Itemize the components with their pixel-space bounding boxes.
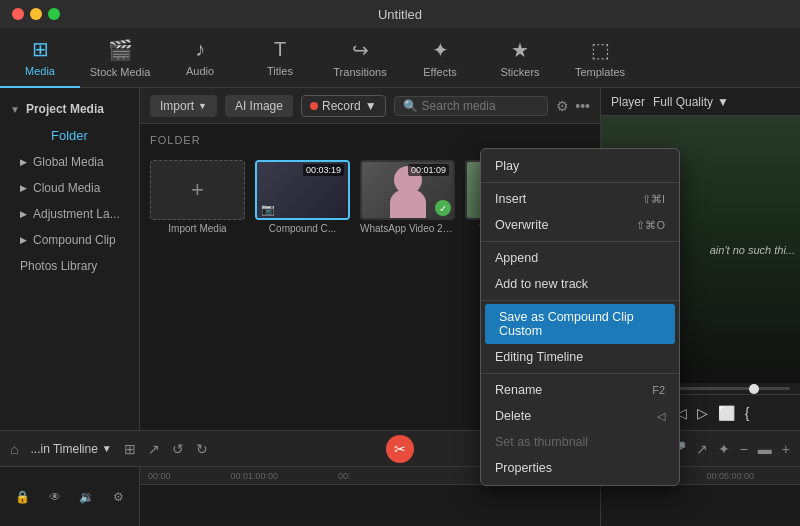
ctx-rename[interactable]: Rename F2 — [481, 377, 679, 403]
minimize-button[interactable] — [30, 8, 42, 20]
timeline-label-text: ...in Timeline — [30, 442, 97, 456]
list-item[interactable]: 00:01:09 ✓ WhatsApp Video 202... — [360, 160, 455, 234]
timeline-icon1[interactable]: 🔒 — [15, 490, 30, 504]
status-bar: ⌂ ...in Timeline ▼ ⊞ ↗ ↺ ↻ ✂ ⚙ 🛡 🎤 ↗ ✦ −… — [0, 430, 800, 466]
import-label: Import Media — [150, 223, 245, 234]
record-button[interactable]: Record ▼ — [301, 95, 386, 117]
nav-item-stock-media[interactable]: 🎬 Stock Media — [80, 28, 160, 88]
timeline-icon2[interactable]: 👁 — [49, 490, 61, 504]
ruler-mark-0: 00:00 — [148, 471, 171, 481]
timeline-icon4[interactable]: ⚙ — [113, 490, 124, 504]
sidebar-title: Project Media — [26, 102, 104, 116]
toolbar: Import ▼ AI Image Record ▼ 🔍 ⚙ ••• — [140, 88, 600, 124]
import-caret-icon: ▼ — [198, 101, 207, 111]
undo-icon[interactable]: ↺ — [172, 441, 184, 457]
ctx-overwrite[interactable]: Overwrite ⇧⌘O — [481, 212, 679, 238]
sidebar-item-arrow-icon: ▶ — [20, 209, 27, 219]
nav-item-audio[interactable]: ♪ Audio — [160, 28, 240, 88]
close-button[interactable] — [12, 8, 24, 20]
zoom-in-icon[interactable]: + — [782, 441, 790, 457]
cursor-icon[interactable]: ↗ — [148, 441, 160, 457]
import-thumb[interactable]: + — [150, 160, 245, 220]
zoom-out-icon[interactable]: − — [740, 441, 748, 457]
sidebar-item-arrow-icon: ▶ — [20, 157, 27, 167]
share-icon[interactable]: ↗ — [696, 441, 708, 457]
sidebar-header: ▼ Project Media — [0, 96, 139, 122]
home-icon[interactable]: ⌂ — [10, 441, 18, 457]
ctx-set-thumbnail: Set as thumbnail — [481, 429, 679, 455]
nav-label-stickers: Stickers — [500, 66, 539, 78]
sidebar-folder-label[interactable]: Folder — [0, 122, 139, 149]
scissors-button[interactable]: ✂ — [386, 435, 414, 463]
sidebar-item-adjustment[interactable]: ▶ Adjustment La... — [0, 201, 139, 227]
import-button[interactable]: Import ▼ — [150, 95, 217, 117]
timeline-track[interactable] — [140, 485, 600, 526]
ctx-save-compound-label: Save as Compound Clip Custom — [499, 310, 661, 338]
ctx-rename-label: Rename — [495, 383, 542, 397]
nav-label-titles: Titles — [267, 65, 293, 77]
timeline-area: 🔒 👁 🔉 ⚙ 00:00 00:01:00:00 00: 00:04:00:0… — [0, 466, 800, 526]
effects-icon[interactable]: ✦ — [718, 441, 730, 457]
sidebar-item-global-media[interactable]: ▶ Global Media — [0, 149, 139, 175]
redo-icon[interactable]: ↻ — [196, 441, 208, 457]
ctx-set-thumbnail-label: Set as thumbnail — [495, 435, 588, 449]
sidebar-item-photos-library[interactable]: Photos Library — [0, 253, 139, 279]
nav-item-templates[interactable]: ⬚ Templates — [560, 28, 640, 88]
ctx-save-compound[interactable]: Save as Compound Clip Custom — [485, 304, 675, 344]
search-icon: 🔍 — [403, 99, 418, 113]
timeline-right-track[interactable] — [601, 485, 800, 526]
search-input[interactable] — [422, 99, 540, 113]
sidebar-item-label: Cloud Media — [33, 181, 100, 195]
nav-item-titles[interactable]: T Titles — [240, 28, 320, 88]
ctx-editing-timeline[interactable]: Editing Timeline — [481, 344, 679, 370]
fullscreen-button[interactable]: { — [745, 405, 750, 421]
ai-image-button[interactable]: AI Image — [225, 95, 293, 117]
nav-item-transitions[interactable]: ↪ Transitions — [320, 28, 400, 88]
nav-label-templates: Templates — [575, 66, 625, 78]
ctx-properties-label: Properties — [495, 461, 552, 475]
whatsapp1-thumb[interactable]: 00:01:09 ✓ — [360, 160, 455, 220]
stop-button[interactable]: ⬜ — [718, 405, 735, 421]
timeline-label: ...in Timeline ▼ — [30, 442, 111, 456]
maximize-button[interactable] — [48, 8, 60, 20]
filter-icon[interactable]: ⚙ — [556, 98, 569, 114]
search-box[interactable]: 🔍 — [394, 96, 549, 116]
transitions-icon: ↪ — [352, 38, 369, 62]
content-area: Import ▼ AI Image Record ▼ 🔍 ⚙ ••• FOLDE — [140, 88, 600, 430]
ctx-properties[interactable]: Properties — [481, 455, 679, 481]
ctx-delete[interactable]: Delete ◁ — [481, 403, 679, 429]
play-button[interactable]: ▷ — [697, 405, 708, 421]
quality-caret-icon: ▼ — [717, 95, 729, 109]
duration-badge: 00:03:19 — [303, 164, 344, 176]
sidebar-item-compound-clip[interactable]: ▶ Compound Clip — [0, 227, 139, 253]
ctx-add-new-track[interactable]: Add to new track — [481, 271, 679, 297]
traffic-lights — [12, 8, 60, 20]
ai-image-label: AI Image — [235, 99, 283, 113]
audio-icon: ♪ — [195, 38, 205, 61]
nav-item-media[interactable]: ⊞ Media — [0, 28, 80, 88]
plus-icon: + — [191, 177, 204, 203]
zoom-slider[interactable]: ▬ — [758, 441, 772, 457]
effects-icon: ✦ — [432, 38, 449, 62]
nav-item-stickers[interactable]: ★ Stickers — [480, 28, 560, 88]
sidebar-item-cloud-media[interactable]: ▶ Cloud Media — [0, 175, 139, 201]
timeline-icon3[interactable]: 🔉 — [79, 490, 94, 504]
nav-item-effects[interactable]: ✦ Effects — [400, 28, 480, 88]
list-item[interactable]: 00:03:19 📷 Compound C... — [255, 160, 350, 234]
compound-clip-thumb[interactable]: 00:03:19 📷 — [255, 160, 350, 220]
ruler-mark-1: 00:01:00:00 — [231, 471, 279, 481]
quality-select[interactable]: Full Quality ▼ — [653, 95, 729, 109]
ctx-insert[interactable]: Insert ⇧⌘I — [481, 186, 679, 212]
window-title: Untitled — [378, 7, 422, 22]
ctx-overwrite-label: Overwrite — [495, 218, 548, 232]
quality-label: Full Quality — [653, 95, 713, 109]
list-item[interactable]: + Import Media — [150, 160, 245, 234]
scrubber-thumb[interactable] — [749, 384, 759, 394]
titles-icon: T — [274, 38, 286, 61]
grid-icon[interactable]: ⊞ — [124, 441, 136, 457]
ctx-append[interactable]: Append — [481, 245, 679, 271]
nav-label-effects: Effects — [423, 66, 456, 78]
ctx-play[interactable]: Play — [481, 153, 679, 179]
sidebar-item-arrow-icon: ▶ — [20, 183, 27, 193]
more-icon[interactable]: ••• — [575, 98, 590, 114]
